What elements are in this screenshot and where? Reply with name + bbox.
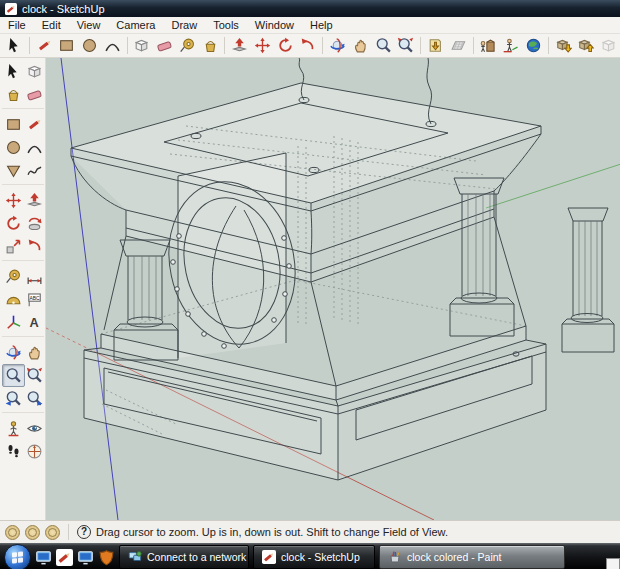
help-icon[interactable]: ? bbox=[77, 525, 91, 539]
pencil-icon bbox=[26, 116, 43, 133]
model-canvas[interactable] bbox=[46, 58, 620, 520]
palette-text-button[interactable] bbox=[23, 288, 46, 311]
window-title: clock - SketchUp bbox=[22, 3, 105, 15]
palette-push-pull-button[interactable] bbox=[23, 189, 46, 212]
orbit-icon bbox=[5, 344, 22, 361]
palette-paint-bucket-button[interactable] bbox=[2, 83, 25, 106]
palette-walk-button[interactable] bbox=[2, 440, 25, 463]
circle-icon bbox=[81, 37, 98, 54]
palette-offset-button[interactable] bbox=[23, 235, 46, 258]
palette-orbit-button[interactable] bbox=[2, 341, 25, 364]
system-tray-stub[interactable] bbox=[606, 558, 620, 569]
menu-tools[interactable]: Tools bbox=[205, 19, 247, 31]
palette-zoom-extents-button[interactable] bbox=[23, 364, 46, 387]
pan-hand-icon bbox=[352, 37, 369, 54]
push-pull-button[interactable] bbox=[228, 34, 251, 57]
title-bar[interactable]: clock - SketchUp bbox=[0, 0, 620, 17]
geolocation-status-icon[interactable] bbox=[5, 525, 20, 540]
signin-status-icon[interactable] bbox=[45, 525, 60, 540]
arc-tool-button[interactable] bbox=[101, 34, 124, 57]
palette-section-plane-button[interactable] bbox=[23, 440, 46, 463]
make-component-button[interactable] bbox=[131, 34, 154, 57]
large-tool-set bbox=[0, 58, 46, 520]
offset-tool-button[interactable] bbox=[297, 34, 320, 57]
blue-axis bbox=[61, 58, 118, 520]
orbit-tool-button[interactable] bbox=[326, 34, 349, 57]
palette-3d-text-button[interactable] bbox=[23, 311, 46, 334]
eraser-icon bbox=[26, 86, 43, 103]
palette-zoom-next-button[interactable] bbox=[23, 387, 46, 410]
move-tool-button[interactable] bbox=[251, 34, 274, 57]
palette-zoom-previous-button[interactable] bbox=[2, 387, 25, 410]
palette-protractor-button[interactable] bbox=[2, 288, 25, 311]
select-tool-button[interactable] bbox=[3, 34, 26, 57]
zoom-next-icon bbox=[26, 390, 43, 407]
toggle-terrain-button[interactable] bbox=[447, 34, 470, 57]
palette-zoom-button[interactable] bbox=[2, 364, 25, 387]
zoom-extents-button[interactable] bbox=[394, 34, 417, 57]
palette-position-camera-button[interactable] bbox=[2, 417, 25, 440]
add-new-building-button[interactable] bbox=[477, 34, 500, 57]
palette-make-component-button[interactable] bbox=[23, 60, 46, 83]
rectangle-tool-button[interactable] bbox=[55, 34, 78, 57]
app-quicklaunch[interactable] bbox=[77, 549, 94, 566]
task-connect-network[interactable]: Connect to a network bbox=[119, 545, 249, 569]
credit-status-icon[interactable] bbox=[25, 525, 40, 540]
start-button[interactable] bbox=[4, 544, 31, 569]
cube-outline-icon bbox=[600, 37, 617, 54]
task-paint[interactable]: clock colored - Paint bbox=[379, 545, 565, 569]
get-models-button[interactable] bbox=[552, 34, 575, 57]
line-tool-button[interactable] bbox=[33, 34, 56, 57]
task-label: clock colored - Paint bbox=[407, 551, 502, 563]
palette-arc-button[interactable] bbox=[23, 136, 46, 159]
palette-pan-button[interactable] bbox=[23, 341, 46, 364]
palette-eraser-button[interactable] bbox=[23, 83, 46, 106]
palette-rectangle-button[interactable] bbox=[2, 113, 25, 136]
palette-polygon-button[interactable] bbox=[2, 159, 25, 182]
get-current-view-button[interactable] bbox=[424, 34, 447, 57]
push-pull-icon bbox=[26, 192, 43, 209]
select-icon bbox=[6, 37, 23, 54]
3d-viewport[interactable] bbox=[46, 58, 620, 520]
rectangle-icon bbox=[58, 37, 75, 54]
palette-scale-button[interactable] bbox=[2, 235, 25, 258]
palette-look-around-button[interactable] bbox=[23, 417, 46, 440]
globe-icon bbox=[525, 37, 542, 54]
show-desktop-quicklaunch[interactable] bbox=[35, 549, 52, 566]
offset-icon bbox=[26, 238, 43, 255]
palette-select-button[interactable] bbox=[2, 60, 25, 83]
task-sketchup[interactable]: clock - SketchUp bbox=[253, 545, 375, 569]
menu-camera[interactable]: Camera bbox=[108, 19, 163, 31]
menu-file[interactable]: File bbox=[0, 19, 34, 31]
paint-bucket-button[interactable] bbox=[199, 34, 222, 57]
pan-tool-button[interactable] bbox=[349, 34, 372, 57]
google-earth-button[interactable] bbox=[522, 34, 545, 57]
palette-rotate-button[interactable] bbox=[2, 212, 25, 235]
menu-window[interactable]: Window bbox=[247, 19, 302, 31]
menu-help[interactable]: Help bbox=[302, 19, 341, 31]
photo-textures-button[interactable] bbox=[499, 34, 522, 57]
tape-measure-button[interactable] bbox=[176, 34, 199, 57]
share-models-button[interactable] bbox=[574, 34, 597, 57]
palette-tape-measure-button[interactable] bbox=[2, 265, 25, 288]
protractor-icon bbox=[5, 291, 22, 308]
zoom-tool-button[interactable] bbox=[372, 34, 395, 57]
menu-bar: File Edit View Camera Draw Tools Window … bbox=[0, 17, 620, 34]
palette-follow-me-button[interactable] bbox=[23, 212, 46, 235]
palette-circle-button[interactable] bbox=[2, 136, 25, 159]
disabled-tool-button bbox=[597, 34, 620, 57]
eraser-tool-button[interactable] bbox=[153, 34, 176, 57]
menu-edit[interactable]: Edit bbox=[34, 19, 69, 31]
palette-axes-button[interactable] bbox=[2, 311, 25, 334]
palette-freehand-button[interactable] bbox=[23, 159, 46, 182]
menu-draw[interactable]: Draw bbox=[163, 19, 205, 31]
rotate-tool-button[interactable] bbox=[274, 34, 297, 57]
sketchup-quicklaunch[interactable] bbox=[56, 549, 73, 566]
desktop-icon bbox=[35, 549, 52, 566]
circle-tool-button[interactable] bbox=[78, 34, 101, 57]
palette-move-button[interactable] bbox=[2, 189, 25, 212]
palette-line-button[interactable] bbox=[23, 113, 46, 136]
menu-view[interactable]: View bbox=[69, 19, 109, 31]
palette-dimension-button[interactable] bbox=[23, 265, 46, 288]
security-quicklaunch[interactable] bbox=[98, 549, 115, 566]
